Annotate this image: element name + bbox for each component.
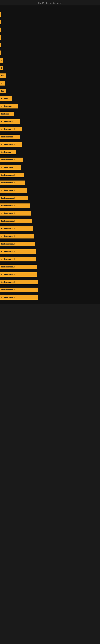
bar-row: Bottleneck res (0, 134, 100, 140)
bar-fill: Bottleneck result (0, 280, 38, 284)
bar-fill: Bot (0, 89, 6, 93)
bar-row (0, 12, 100, 18)
bar-row: Bottleneck result (0, 272, 100, 278)
bar-row: Bottleneck result (0, 294, 100, 300)
bar-label: Bottleneck result (0, 128, 15, 130)
bar-fill: Bottleneck res (0, 119, 20, 124)
bar-row: Bottleneck result (0, 279, 100, 285)
bar-fill (0, 12, 0, 17)
bar-label: Bottleneck result (0, 197, 15, 199)
bar-fill: Bottleneck result (0, 272, 37, 277)
bar-label: Bottleneck result (0, 289, 15, 291)
bar-fill: Bottleneck result (0, 288, 38, 292)
bar-row: Bottlenec (0, 111, 100, 117)
bar-row: Bottleneck result (0, 226, 100, 232)
bar-fill: Bottleneck re (0, 104, 18, 108)
bar-label: Bottleneck result (0, 228, 15, 230)
bar-row: Bottleneck result (0, 126, 100, 132)
bar-row: Bottleneck result (0, 210, 100, 216)
bar-label: Bottleneck result (0, 190, 15, 192)
bar-row (0, 34, 100, 40)
bar-label: Bottleneck result (0, 205, 15, 207)
bar-row: Bottleneck res (0, 118, 100, 124)
bar-row: Bottleneck result (0, 264, 100, 270)
bar-fill: Bottleneck result (0, 127, 22, 132)
bar-row: Bottleneck result (0, 157, 100, 163)
bar-fill: Bottleneck result (0, 257, 36, 262)
bar-label: Bottleneck resu (0, 166, 14, 168)
bar-label: B (0, 59, 2, 62)
bar-fill: Bottleneck resul (0, 142, 22, 147)
bar-row: Bottleneck result (0, 256, 100, 262)
bar-label: Bottleneck result (0, 296, 15, 298)
bar-label: Bottleneck result (0, 258, 15, 260)
bar-fill: Bottleneck result (0, 234, 34, 238)
bar-label: Bottleneck resul (0, 144, 15, 146)
bar-row: Bottleneck result (0, 241, 100, 247)
bar-fill: B (0, 66, 3, 70)
bar-fill: B (0, 58, 3, 62)
bars-section: BBBotBoBotBottleneBottleneck reBottlenec… (0, 8, 100, 300)
bar-fill: Bot (0, 74, 6, 78)
bar-label: B (0, 67, 2, 69)
bar-fill: Bottlenec (0, 112, 14, 116)
bar-fill (0, 50, 0, 55)
bar-row: Bottleneck result (0, 203, 100, 209)
bar-label: Bottleneck result (0, 235, 15, 237)
bar-label: Bot (0, 75, 3, 77)
bar-label: Bottleneck result (0, 250, 15, 252)
bar-label: Bottleneck re (0, 105, 12, 107)
bar-fill: Bottleneck res (0, 135, 20, 139)
bar-label: Bottleneck res (0, 136, 13, 138)
site-title: TheBottlenecker.com (0, 0, 100, 6)
bar-fill: Bottleneck result (0, 204, 30, 208)
bar-row: Bottleneck resu (0, 164, 100, 170)
bar-label: Bottleneck result (0, 243, 15, 245)
bar-row: Bottleneck re (0, 103, 100, 109)
bar-fill (0, 20, 0, 24)
bar-row: Bottleneck result (0, 233, 100, 239)
page-wrapper: TheBottlenecker.com BBBotBoBotBottleneBo… (0, 0, 100, 304)
bar-fill (0, 35, 0, 40)
bar-fill: Bottleneck result (0, 242, 35, 246)
bar-row: Bottleneck r (0, 149, 100, 155)
bar-row: Bot (0, 88, 100, 94)
bar-label: Bottleneck r (0, 151, 11, 153)
bar-fill: Bottleneck result (0, 249, 36, 254)
bar-label: Bottleneck result (0, 212, 15, 214)
bar-fill (0, 28, 0, 32)
bar-row: Bo (0, 80, 100, 86)
bar-row: Bottleneck result (0, 287, 100, 293)
bar-row (0, 19, 100, 25)
bar-row (0, 50, 100, 56)
bar-row: Bottleneck result (0, 248, 100, 254)
bar-fill: Bottleneck result (0, 226, 33, 231)
bar-label: Bottleneck result (0, 174, 15, 176)
bar-fill: Bottleneck resu (0, 165, 21, 170)
bar-fill: Bottleneck result (0, 180, 25, 185)
bar-label: Bot (0, 90, 3, 92)
bar-row: Bottleneck result (0, 180, 100, 186)
bar-fill: Bottleneck result (0, 158, 23, 162)
bar-row: Bot (0, 73, 100, 79)
bar-label: Bottleneck res (0, 120, 13, 122)
bar-label: Bottleneck result (0, 266, 15, 268)
bar-row: Bottleneck result (0, 218, 100, 224)
bar-fill: Bottleneck result (0, 196, 28, 200)
bar-label: Bo (0, 82, 3, 84)
bar-fill: Bottleneck result (0, 211, 31, 216)
bar-label: Bottleneck result (0, 220, 15, 222)
bar-fill: Bottleneck result (0, 219, 32, 223)
bar-fill: Bottleneck result (0, 295, 38, 300)
bar-label: Bottlenec (0, 113, 9, 115)
bar-row: Bottleneck result (0, 172, 100, 178)
bar-fill: Bottleneck result (0, 265, 37, 269)
bar-label: Bottleneck result (0, 274, 15, 276)
bar-fill (0, 43, 0, 47)
bar-row: Bottleneck result (0, 187, 100, 194)
bar-label: Bottleneck result (0, 281, 15, 283)
bar-fill: Bo (0, 81, 5, 86)
bar-fill: Bottlene (0, 96, 12, 101)
bar-row: Bottleneck result (0, 195, 100, 201)
chart-area: BBBotBoBotBottleneBottleneck reBottlenec… (0, 6, 100, 304)
